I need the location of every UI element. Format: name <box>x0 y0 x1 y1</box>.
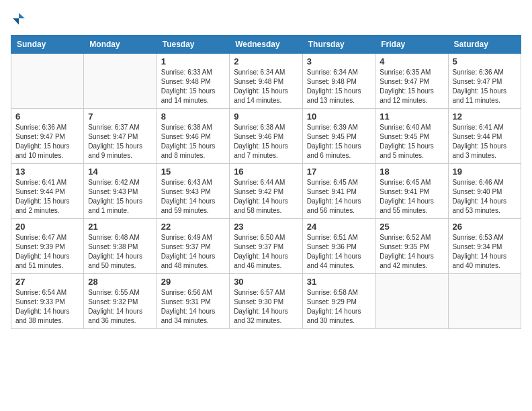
day-info: Sunrise: 6:42 AMSunset: 9:43 PMDaylight:… <box>88 178 152 216</box>
day-number: 22 <box>161 222 225 232</box>
day-number: 29 <box>161 277 225 287</box>
day-number: 28 <box>88 277 152 287</box>
weekday-label: Thursday <box>302 36 375 54</box>
calendar-week-row: 13Sunrise: 6:41 AMSunset: 9:44 PMDayligh… <box>11 164 521 219</box>
calendar-cell: 16Sunrise: 6:44 AMSunset: 9:42 PMDayligh… <box>230 164 303 219</box>
day-number: 21 <box>88 222 152 232</box>
day-number: 16 <box>234 167 298 177</box>
day-number: 7 <box>88 111 152 122</box>
svg-marker-0 <box>19 13 25 18</box>
calendar-cell: 27Sunrise: 6:54 AMSunset: 9:33 PMDayligh… <box>11 274 84 329</box>
calendar-cell: 15Sunrise: 6:43 AMSunset: 9:43 PMDayligh… <box>157 164 229 219</box>
calendar-cell: 20Sunrise: 6:47 AMSunset: 9:39 PMDayligh… <box>11 219 84 274</box>
calendar-cell <box>11 54 84 109</box>
calendar-cell: 22Sunrise: 6:49 AMSunset: 9:37 PMDayligh… <box>157 219 229 274</box>
day-number: 10 <box>307 111 371 122</box>
day-number: 18 <box>380 167 443 177</box>
day-info: Sunrise: 6:39 AMSunset: 9:45 PMDaylight:… <box>307 123 371 161</box>
day-number: 20 <box>15 222 79 232</box>
day-number: 3 <box>307 56 371 66</box>
weekday-label: Monday <box>84 36 157 54</box>
day-number: 15 <box>161 167 225 177</box>
day-number: 19 <box>453 167 517 177</box>
calendar-cell: 30Sunrise: 6:57 AMSunset: 9:30 PMDayligh… <box>230 274 303 329</box>
calendar-cell: 21Sunrise: 6:48 AMSunset: 9:38 PMDayligh… <box>84 219 157 274</box>
weekday-label: Tuesday <box>157 36 229 54</box>
day-number: 31 <box>307 277 371 287</box>
day-number: 23 <box>234 222 298 232</box>
calendar-week-row: 27Sunrise: 6:54 AMSunset: 9:33 PMDayligh… <box>11 274 521 329</box>
day-info: Sunrise: 6:37 AMSunset: 9:47 PMDaylight:… <box>88 123 152 161</box>
day-number: 25 <box>380 222 443 232</box>
day-info: Sunrise: 6:55 AMSunset: 9:32 PMDaylight:… <box>88 288 152 326</box>
calendar-week-row: 6Sunrise: 6:36 AMSunset: 9:47 PMDaylight… <box>11 109 521 164</box>
day-info: Sunrise: 6:56 AMSunset: 9:31 PMDaylight:… <box>161 288 225 326</box>
calendar-cell: 4Sunrise: 6:35 AMSunset: 9:47 PMDaylight… <box>375 54 448 109</box>
weekday-label: Friday <box>375 36 448 54</box>
calendar-cell: 17Sunrise: 6:45 AMSunset: 9:41 PMDayligh… <box>302 164 375 219</box>
calendar-cell: 3Sunrise: 6:34 AMSunset: 9:48 PMDaylight… <box>302 54 375 109</box>
weekday-label: Wednesday <box>230 36 303 54</box>
day-info: Sunrise: 6:52 AMSunset: 9:35 PMDaylight:… <box>380 233 443 271</box>
day-info: Sunrise: 6:40 AMSunset: 9:45 PMDaylight:… <box>380 123 443 161</box>
day-info: Sunrise: 6:45 AMSunset: 9:41 PMDaylight:… <box>307 178 371 216</box>
logo-icon <box>11 11 27 27</box>
day-info: Sunrise: 6:48 AMSunset: 9:38 PMDaylight:… <box>88 233 152 271</box>
day-info: Sunrise: 6:50 AMSunset: 9:37 PMDaylight:… <box>234 233 298 271</box>
calendar-cell: 8Sunrise: 6:38 AMSunset: 9:46 PMDaylight… <box>157 109 229 164</box>
calendar-cell <box>84 54 157 109</box>
calendar-cell: 2Sunrise: 6:34 AMSunset: 9:48 PMDaylight… <box>230 54 303 109</box>
weekday-header: SundayMondayTuesdayWednesdayThursdayFrid… <box>11 36 521 54</box>
day-number: 27 <box>15 277 79 287</box>
calendar-cell: 1Sunrise: 6:33 AMSunset: 9:48 PMDaylight… <box>157 54 229 109</box>
day-info: Sunrise: 6:44 AMSunset: 9:42 PMDaylight:… <box>234 178 298 216</box>
day-info: Sunrise: 6:36 AMSunset: 9:47 PMDaylight:… <box>15 123 79 161</box>
calendar-cell: 23Sunrise: 6:50 AMSunset: 9:37 PMDayligh… <box>230 219 303 274</box>
day-number: 1 <box>161 56 225 66</box>
calendar-week-row: 1Sunrise: 6:33 AMSunset: 9:48 PMDaylight… <box>11 54 521 109</box>
calendar-cell: 13Sunrise: 6:41 AMSunset: 9:44 PMDayligh… <box>11 164 84 219</box>
svg-marker-1 <box>13 18 19 25</box>
calendar-cell: 6Sunrise: 6:36 AMSunset: 9:47 PMDaylight… <box>11 109 84 164</box>
calendar-cell: 31Sunrise: 6:58 AMSunset: 9:29 PMDayligh… <box>302 274 375 329</box>
day-info: Sunrise: 6:51 AMSunset: 9:36 PMDaylight:… <box>307 233 371 271</box>
calendar-cell: 18Sunrise: 6:45 AMSunset: 9:41 PMDayligh… <box>375 164 448 219</box>
calendar-body: 1Sunrise: 6:33 AMSunset: 9:48 PMDaylight… <box>11 54 521 329</box>
day-info: Sunrise: 6:34 AMSunset: 9:48 PMDaylight:… <box>307 68 371 105</box>
day-info: Sunrise: 6:36 AMSunset: 9:47 PMDaylight:… <box>453 68 517 105</box>
calendar-cell: 9Sunrise: 6:38 AMSunset: 9:46 PMDaylight… <box>230 109 303 164</box>
calendar-cell: 29Sunrise: 6:56 AMSunset: 9:31 PMDayligh… <box>157 274 229 329</box>
day-number: 24 <box>307 222 371 232</box>
day-info: Sunrise: 6:45 AMSunset: 9:41 PMDaylight:… <box>380 178 443 216</box>
calendar-cell <box>448 274 521 329</box>
day-info: Sunrise: 6:43 AMSunset: 9:43 PMDaylight:… <box>161 178 225 216</box>
day-info: Sunrise: 6:53 AMSunset: 9:34 PMDaylight:… <box>453 233 517 271</box>
calendar-cell: 12Sunrise: 6:41 AMSunset: 9:44 PMDayligh… <box>448 109 521 164</box>
day-info: Sunrise: 6:46 AMSunset: 9:40 PMDaylight:… <box>453 178 517 216</box>
calendar-cell: 25Sunrise: 6:52 AMSunset: 9:35 PMDayligh… <box>375 219 448 274</box>
day-info: Sunrise: 6:41 AMSunset: 9:44 PMDaylight:… <box>15 178 79 216</box>
calendar-cell: 7Sunrise: 6:37 AMSunset: 9:47 PMDaylight… <box>84 109 157 164</box>
day-number: 17 <box>307 167 371 177</box>
day-number: 13 <box>15 167 79 177</box>
day-info: Sunrise: 6:33 AMSunset: 9:48 PMDaylight:… <box>161 68 225 105</box>
day-info: Sunrise: 6:54 AMSunset: 9:33 PMDaylight:… <box>15 288 79 326</box>
day-info: Sunrise: 6:57 AMSunset: 9:30 PMDaylight:… <box>234 288 298 326</box>
header <box>11 11 521 27</box>
day-number: 14 <box>88 167 152 177</box>
day-info: Sunrise: 6:47 AMSunset: 9:39 PMDaylight:… <box>15 233 79 271</box>
calendar-cell: 14Sunrise: 6:42 AMSunset: 9:43 PMDayligh… <box>84 164 157 219</box>
calendar-cell: 11Sunrise: 6:40 AMSunset: 9:45 PMDayligh… <box>375 109 448 164</box>
day-number: 6 <box>15 111 79 122</box>
logo <box>11 11 30 27</box>
weekday-label: Saturday <box>448 36 521 54</box>
day-info: Sunrise: 6:41 AMSunset: 9:44 PMDaylight:… <box>453 123 517 161</box>
day-number: 12 <box>453 111 517 122</box>
day-info: Sunrise: 6:49 AMSunset: 9:37 PMDaylight:… <box>161 233 225 271</box>
calendar-cell: 5Sunrise: 6:36 AMSunset: 9:47 PMDaylight… <box>448 54 521 109</box>
day-info: Sunrise: 6:38 AMSunset: 9:46 PMDaylight:… <box>234 123 298 161</box>
day-number: 11 <box>380 111 443 122</box>
day-info: Sunrise: 6:58 AMSunset: 9:29 PMDaylight:… <box>307 288 371 326</box>
day-number: 9 <box>234 111 298 122</box>
day-number: 30 <box>234 277 298 287</box>
